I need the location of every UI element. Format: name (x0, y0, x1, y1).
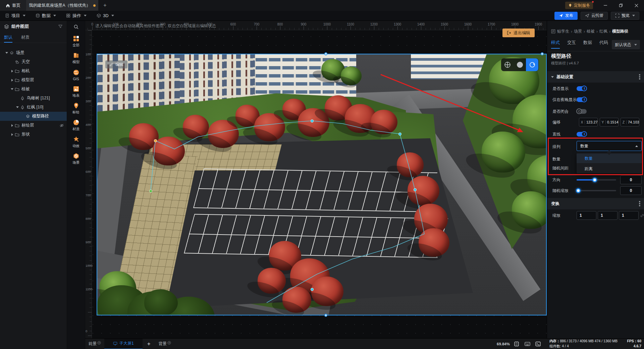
dock-item-model[interactable]: 模型 (67, 50, 85, 66)
line-toggle[interactable] (577, 132, 587, 137)
expand-icon[interactable] (11, 124, 13, 127)
tab-code[interactable]: 代码 (599, 40, 608, 49)
publish-button[interactable]: 发布 (554, 12, 578, 20)
tab-default[interactable]: 默认 (4, 32, 12, 43)
fit-screen-button[interactable] (513, 341, 521, 347)
collapse-icon[interactable] (5, 52, 8, 54)
path-waypoint[interactable] (311, 288, 314, 291)
tree-item-scene[interactable]: 场景 (0, 48, 67, 57)
add-screen-button[interactable]: + (143, 341, 155, 347)
dock-item-all[interactable]: 全部 (67, 33, 85, 50)
expand-icon[interactable] (11, 133, 13, 136)
direction-slider[interactable] (577, 179, 616, 181)
minimize-button[interactable] (598, 0, 613, 11)
kebab-menu-icon[interactable] (639, 76, 640, 78)
path-waypoint[interactable] (149, 190, 152, 193)
tree-item-model-path[interactable]: 模型路径 (0, 112, 67, 121)
kebab-menu-icon[interactable] (639, 203, 640, 204)
dropdown-option-count[interactable]: 数量 (577, 154, 642, 163)
tree-item-sky[interactable]: 天空 (0, 57, 67, 66)
scale-z-input[interactable]: 1 (619, 211, 639, 220)
tree-item-plot-layer[interactable]: 标绘层 (0, 121, 67, 130)
menu-data[interactable]: 数据 (31, 11, 61, 20)
path-waypoint[interactable] (414, 188, 417, 191)
arrange-select[interactable]: 数量 (577, 141, 642, 151)
section-basic-settings[interactable]: 基础设置 (547, 71, 644, 83)
screen-viewport[interactable]: 编辑 (97, 54, 547, 315)
visible-toggle[interactable] (577, 86, 587, 91)
menu-3d[interactable]: 3D (92, 11, 119, 20)
custom-service-button[interactable]: 定制服务 (565, 2, 593, 9)
shortcut-keyboard-button[interactable] (523, 341, 531, 347)
preview-button[interactable]: 预览 (611, 12, 639, 20)
exit-edit-button[interactable]: 退出编辑 (502, 29, 535, 37)
expand-icon[interactable] (11, 79, 13, 82)
path-waypoint[interactable] (398, 133, 401, 136)
flat-view-button[interactable] (514, 58, 526, 71)
night-only-toggle[interactable] (577, 97, 587, 102)
eye-off-icon[interactable] (59, 123, 64, 128)
maximize-button[interactable] (613, 0, 629, 11)
collapse-icon[interactable] (16, 106, 19, 108)
cloud-host-button[interactable]: 云托管 (581, 12, 608, 20)
dock-item-plot[interactable]: 标绘 (67, 100, 85, 117)
dock-item-effects[interactable]: 动效 (67, 134, 85, 150)
filter-icon[interactable] (58, 24, 63, 29)
offset-z-input[interactable]: Z74.103 (621, 118, 639, 127)
scale-y-input[interactable]: 1 (598, 211, 618, 220)
scale-x-input[interactable]: 1 (577, 211, 596, 220)
tree-item-red-maple[interactable]: 红枫 [10] (0, 103, 67, 112)
editor-canvas[interactable]: 0100200300400500600700800900100011001200… (85, 21, 547, 338)
tab-data[interactable]: 数据 (583, 40, 592, 49)
resize-handle-top-right[interactable] (541, 52, 544, 55)
foreground-label[interactable]: 前景 (85, 341, 104, 347)
tab-home[interactable]: 首页 (0, 0, 26, 11)
section-transform[interactable]: 变换 (547, 198, 644, 209)
tab-interaction[interactable]: 交互 (567, 40, 576, 49)
console-icon (535, 342, 541, 346)
menu-project[interactable]: 项目 (0, 11, 31, 20)
expand-icon[interactable] (11, 70, 13, 72)
new-tab-button[interactable]: + (98, 0, 112, 11)
tab-style[interactable]: 样式 (551, 40, 560, 49)
collapse-icon[interactable] (11, 88, 13, 90)
tree-item-shapes[interactable]: 形状 (0, 130, 67, 139)
tree-item-bird-tree[interactable]: 鸟瞰树 [121] (0, 94, 67, 103)
zoom-level[interactable]: 69.84% (497, 342, 510, 346)
resize-handle-top[interactable] (324, 52, 327, 55)
add-circle-icon[interactable] (167, 341, 171, 345)
menu-operation[interactable]: 操作 (61, 11, 92, 20)
random-scale-slider[interactable] (577, 190, 616, 191)
dropdown-option-distance[interactable]: 距离 (577, 164, 642, 173)
globe-view-button[interactable] (501, 58, 514, 71)
console-button[interactable] (534, 341, 542, 347)
path-waypoint[interactable] (154, 139, 157, 142)
screen-tab-active[interactable]: 子大屏1 (104, 339, 143, 349)
tree-item-vegetation[interactable]: 植被 (0, 85, 67, 94)
state-select[interactable]: 默认状态 (612, 40, 640, 49)
closed-toggle[interactable] (577, 109, 587, 114)
edit-badge[interactable]: 编辑 (105, 60, 127, 68)
dock-item-gis[interactable]: GIS (67, 66, 85, 83)
add-circle-icon[interactable] (97, 341, 101, 345)
resize-handle-bottom[interactable] (324, 314, 327, 317)
tree-item-model-layer[interactable]: 模型层 (0, 76, 67, 85)
breadcrumb: 鲸孪生› 场景› 植被› 红枫› 模型路径 (551, 29, 628, 34)
offset-x-input[interactable]: X123.27 (579, 118, 598, 127)
tab-document[interactable]: 我的建筑底座场景A（性能优先） (26, 0, 98, 11)
version-label: 4.6.7 (634, 344, 641, 349)
random-scale-value-input[interactable]: 0 (620, 186, 642, 195)
dock-item-material[interactable]: 材质 (67, 117, 85, 134)
orbit-view-button[interactable] (526, 58, 538, 71)
path-waypoint[interactable] (311, 119, 314, 122)
tree-item-camera[interactable]: 相机 (0, 66, 67, 76)
close-button[interactable] (629, 0, 644, 11)
direction-value-input[interactable]: 0 (620, 176, 642, 184)
tab-material[interactable]: 材质 (21, 32, 30, 43)
dock-item-terrain[interactable]: 地表 (67, 83, 85, 100)
link-icon[interactable] (640, 213, 644, 218)
offset-y-input[interactable]: Y0.1514 (600, 118, 619, 127)
background-label[interactable]: 背景 (155, 341, 174, 347)
dock-item-scene[interactable]: 场景 (67, 150, 85, 167)
search-button[interactable] (67, 21, 85, 33)
